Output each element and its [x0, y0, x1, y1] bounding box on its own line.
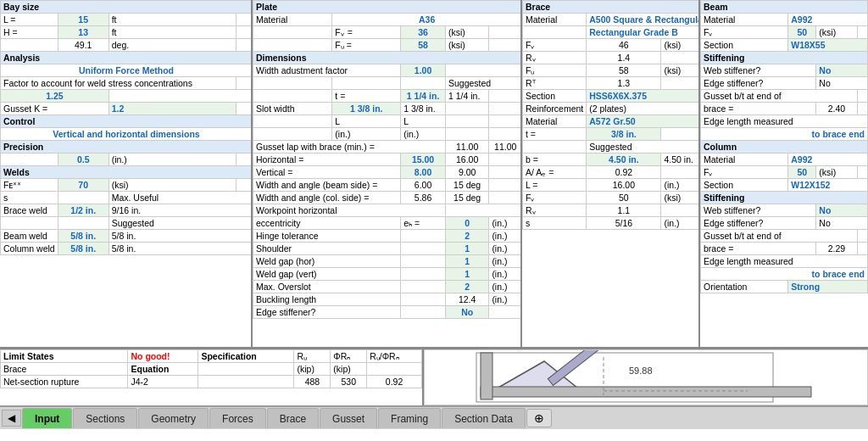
shoulder-val[interactable]: 1: [445, 243, 488, 255]
plate-fy-value[interactable]: 36: [401, 26, 446, 39]
brace-rv-val: 1.4: [587, 52, 661, 64]
plate-material-value: A36: [332, 14, 522, 26]
add-tab-btn[interactable]: ⊕: [526, 409, 552, 427]
beam-edge-stiff-label: Edge stiffener?: [701, 77, 816, 90]
hinge-label: Hinge tolerance: [253, 230, 401, 243]
buckling-label: Buckling length: [253, 293, 401, 306]
scroll-left-btn[interactable]: ◀: [2, 410, 21, 427]
beam-section-label: Section: [701, 39, 788, 52]
brace-t-val[interactable]: 3/8 in.: [587, 128, 661, 141]
brace-ae-label: A/ Aₑ =: [523, 166, 587, 179]
plate-header: Plate: [253, 1, 522, 14]
tab-geometry[interactable]: Geometry: [138, 408, 209, 428]
brace-material-val2: Rectangular Grade B: [587, 26, 700, 39]
control-header: Control: [1, 115, 253, 128]
brace-b-val[interactable]: 4.50 in.: [587, 154, 661, 166]
width-adj-value[interactable]: 1.00: [401, 64, 446, 77]
tab-framing[interactable]: Framing: [378, 408, 441, 428]
edge-stiffener-val[interactable]: No: [445, 306, 488, 319]
H-value[interactable]: 13: [58, 26, 108, 39]
max-overslot-label: Max. Overslot: [253, 281, 401, 293]
beam-weld-label: Beam weld: [1, 230, 58, 243]
ls-diagram: 59.88: [424, 349, 868, 405]
diagram-value: 59.88: [629, 366, 653, 376]
weld-gap-hor-unit: (in.): [489, 255, 522, 268]
tab-forces[interactable]: Forces: [209, 408, 266, 428]
precision-value[interactable]: 0.5: [58, 154, 108, 166]
col-weld-label: Column weld: [1, 243, 58, 255]
col-web-stiff-label: Web stiffener?: [701, 204, 816, 217]
beam-stiffening-header: Stiffening: [701, 52, 868, 64]
tab-section-data[interactable]: Section Data: [442, 408, 526, 428]
beam-web-stiff-val[interactable]: No: [816, 64, 868, 77]
tab-bar: ◀ Input Sections Geometry Forces Brace G…: [0, 405, 868, 429]
L-value[interactable]: 15: [58, 14, 108, 26]
net-section-eq: J4-2: [128, 376, 198, 388]
col-weld-value[interactable]: 5/8 in.: [58, 243, 108, 255]
brace-fy2-label: Fᵥ: [523, 192, 587, 204]
brace-weld-value[interactable]: 1/2 in.: [58, 204, 108, 217]
col-fy-val[interactable]: 50: [788, 166, 816, 179]
gusset-k-value[interactable]: 1.2: [108, 103, 236, 115]
tab-input[interactable]: Input: [22, 408, 72, 428]
fexx-value[interactable]: 70: [58, 179, 108, 192]
angle-unit: deg.: [108, 39, 236, 52]
in-unit-2: (in.): [332, 128, 401, 141]
brace-material-val: A500 Square & Rectangular Grade B: [587, 14, 700, 26]
slot-val[interactable]: 1 3/8 in.: [332, 103, 401, 115]
brace-reinf-mat-val[interactable]: A572 Gr.50: [587, 115, 700, 128]
brace-section-val[interactable]: HSS6X6X.375: [587, 90, 700, 103]
plate-fu-value[interactable]: 58: [401, 39, 446, 52]
col2-panel: Plate Material A36 Fᵥ = 36 (ksi) Fᵤ = 58: [253, 0, 522, 347]
beam-fy-val[interactable]: 50: [788, 26, 816, 39]
brace-weld-suggested: 9/16 in.: [108, 204, 252, 217]
width-col-val: 5.86: [401, 192, 446, 204]
tab-gusset[interactable]: Gusset: [320, 408, 377, 428]
factor-value[interactable]: 1.25: [1, 90, 109, 103]
t-value[interactable]: 1 1/4 in.: [401, 90, 446, 103]
beam-section-val[interactable]: W18X55: [788, 39, 868, 52]
beam-weld-value[interactable]: 5/8 in.: [58, 230, 108, 243]
width-adj-label: Width adustment factor: [253, 64, 401, 77]
width-beam-val: 6.00: [401, 179, 446, 192]
weld-gap-vert-val[interactable]: 1: [445, 268, 488, 281]
tab-brace[interactable]: Brace: [267, 408, 319, 428]
slot-label: Slot width: [253, 103, 332, 115]
beam-header: Beam: [701, 1, 868, 14]
shoulder-label: Shoulder: [253, 243, 401, 255]
brace-b-label: b =: [523, 154, 587, 166]
weld-gap-hor-val[interactable]: 1: [445, 255, 488, 268]
eq-label: Equation: [128, 363, 198, 376]
beam-brace-label: brace =: [701, 103, 816, 115]
eh-label: eₕ =: [401, 217, 446, 230]
beam-brace-val: 2.40: [816, 103, 857, 115]
horiz-val1[interactable]: 15.00: [401, 154, 446, 166]
col-web-stiff-val[interactable]: No: [816, 204, 868, 217]
brace-s-label: s: [523, 217, 587, 230]
eh-unit: (in.): [489, 217, 522, 230]
col-brace-label: brace =: [701, 243, 816, 255]
control-dims: Vertical and horizontal dimensions: [1, 128, 253, 141]
buckling-val: 12.4: [445, 293, 488, 306]
bay-size-header: Bay size: [1, 1, 253, 14]
factor-label: Factor to account for weld stress concen…: [1, 77, 236, 90]
col-weld-suggested: 5/8 in.: [108, 243, 252, 255]
eh-val[interactable]: 0: [445, 217, 488, 230]
brace-section-label: Section: [523, 90, 587, 103]
col-orientation-val[interactable]: Strong: [788, 281, 868, 293]
width-beam-deg: 15 deg: [445, 179, 488, 192]
brace-fy2-unit: (ksi): [661, 192, 700, 204]
brace-rv2-val: 1.1: [587, 204, 661, 217]
brace-s-val: 5/16: [587, 217, 661, 230]
vert-val1[interactable]: 8.00: [401, 166, 446, 179]
weld-gap-hor-label: Weld gap (hor): [253, 255, 401, 268]
beam-material-val: A992: [788, 14, 868, 26]
brace-s-unit: (in.): [661, 217, 700, 230]
hinge-val[interactable]: 2: [445, 230, 488, 243]
brace-fu-unit: (ksi): [661, 64, 700, 77]
max-overslot-val[interactable]: 2: [445, 281, 488, 293]
tab-sections[interactable]: Sections: [73, 408, 137, 428]
fexx-label: Fᴇˣˣ: [1, 179, 58, 192]
gusset-lap-val2: 11.00: [489, 141, 522, 154]
buckling-unit: (in.): [489, 293, 522, 306]
